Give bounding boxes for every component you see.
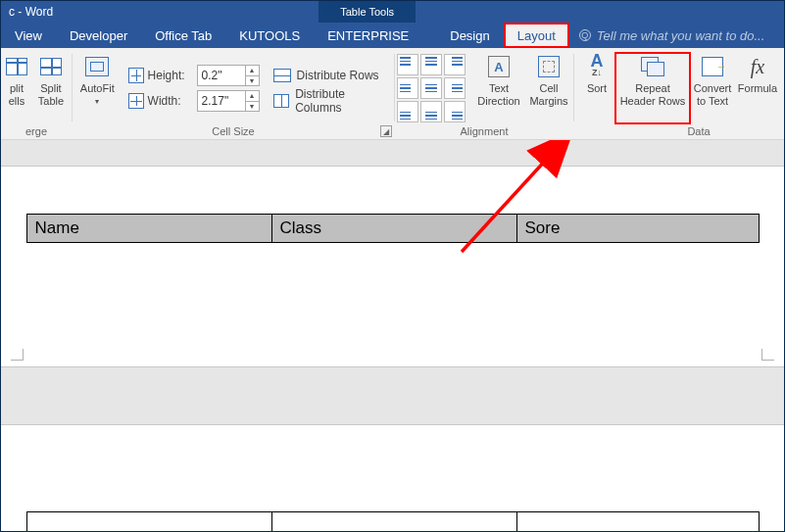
ribbon-tabs: View Developer Office Tab KUTOOLS ENTERP… (1, 23, 784, 48)
document-title: c - Word (1, 1, 61, 23)
align-top-right[interactable] (444, 54, 466, 75)
page-margin-mark (11, 347, 25, 361)
column-width-icon (128, 93, 144, 109)
alignment-grid (397, 54, 466, 122)
cell-size-dialog-launcher[interactable]: ◢ (380, 125, 392, 137)
group-alignment: Text Direction Cell Margins Alignment (395, 48, 573, 139)
split-cells-button[interactable]: plit ells (2, 53, 31, 123)
group-merge: plit ells Split Table erge (1, 48, 72, 139)
formula-icon: fx (744, 55, 771, 78)
distribute-rows-button[interactable]: Distribute Rows (270, 65, 390, 86)
align-center-right[interactable] (444, 77, 466, 99)
convert-to-text-button[interactable]: Convert to Text (690, 53, 735, 123)
contextual-tab-title: Table Tools (319, 1, 416, 23)
text-direction-button[interactable]: Text Direction (471, 53, 526, 123)
repeat-header-rows-icon (639, 55, 666, 78)
document-table-body[interactable] (26, 511, 760, 531)
table-header-cell[interactable]: Class (271, 215, 516, 243)
tab-enterprise[interactable]: ENTERPRISE (314, 23, 422, 48)
sort-button[interactable]: AZ↓ Sort (578, 53, 615, 123)
table-row (26, 512, 759, 532)
align-center-left[interactable] (397, 77, 418, 99)
tab-view[interactable]: View (1, 23, 56, 48)
text-direction-icon (485, 55, 513, 78)
cell-margins-icon (535, 55, 563, 78)
row-height-spinner[interactable]: ▲▼ (245, 66, 259, 85)
row-height-input[interactable] (198, 66, 245, 85)
table-cell[interactable] (271, 512, 516, 532)
lightbulb-icon: Q (579, 29, 591, 41)
align-bottom-right[interactable] (444, 101, 466, 122)
document-area[interactable]: Name Class Sore (1, 140, 784, 531)
split-cells-icon (3, 55, 30, 78)
group-cell-size: AutoFit ▾ Height: ▲▼ Width: (73, 48, 394, 139)
table-cell[interactable] (26, 512, 271, 532)
column-width-control[interactable]: Width: ▲▼ (128, 90, 260, 112)
align-top-center[interactable] (420, 54, 442, 75)
align-bottom-left[interactable] (397, 101, 418, 122)
table-header-row: Name Class Sore (26, 215, 759, 243)
tab-layout[interactable]: Layout (504, 23, 569, 48)
page-2 (1, 424, 784, 531)
align-bottom-center[interactable] (420, 101, 442, 122)
row-height-icon (128, 68, 144, 83)
document-table-header[interactable]: Name Class Sore (26, 214, 760, 243)
sort-icon: AZ↓ (583, 55, 611, 78)
ribbon: plit ells Split Table erge AutoFit ▾ Hei… (1, 48, 784, 140)
distribute-rows-icon (273, 69, 291, 82)
column-width-spinner[interactable]: ▲▼ (245, 91, 259, 111)
group-data: AZ↓ Sort Repeat Header Rows Convert to T… (574, 48, 784, 139)
tab-developer[interactable]: Developer (56, 23, 141, 48)
group-merge-label: erge (5, 125, 68, 139)
group-cell-size-label: Cell Size (76, 125, 390, 139)
page-1: Name Class Sore (1, 166, 784, 367)
autofit-button[interactable]: AutoFit ▾ (76, 53, 119, 123)
repeat-header-rows-button[interactable]: Repeat Header Rows (615, 53, 690, 123)
group-alignment-label: Alignment (399, 125, 569, 139)
split-table-icon (37, 55, 65, 78)
align-center-center[interactable] (420, 77, 442, 99)
distribute-columns-icon (273, 94, 290, 108)
autofit-icon (83, 55, 111, 78)
page-margin-mark (760, 347, 774, 361)
title-bar: c - Word Table Tools (1, 1, 784, 23)
tab-office-tab[interactable]: Office Tab (141, 23, 225, 48)
table-header-cell[interactable]: Sore (516, 215, 759, 243)
split-table-button[interactable]: Split Table (31, 53, 71, 123)
table-header-cell[interactable]: Name (26, 215, 271, 243)
tell-me-placeholder: Tell me what you want to do... (597, 28, 765, 43)
tab-kutools[interactable]: KUTOOLS (225, 23, 314, 48)
tell-me-search[interactable]: Q Tell me what you want to do... (569, 23, 765, 48)
cell-margins-button[interactable]: Cell Margins (526, 53, 571, 123)
align-top-left[interactable] (397, 54, 418, 75)
distribute-columns-button[interactable]: Distribute Columns (270, 90, 390, 112)
group-data-label: Data (578, 125, 780, 139)
convert-to-text-icon (699, 55, 726, 78)
tab-design[interactable]: Design (436, 23, 503, 48)
row-height-control[interactable]: Height: ▲▼ (128, 65, 260, 86)
column-width-input[interactable] (198, 91, 245, 111)
table-cell[interactable] (516, 512, 759, 532)
formula-button[interactable]: fx Formula (735, 53, 780, 123)
